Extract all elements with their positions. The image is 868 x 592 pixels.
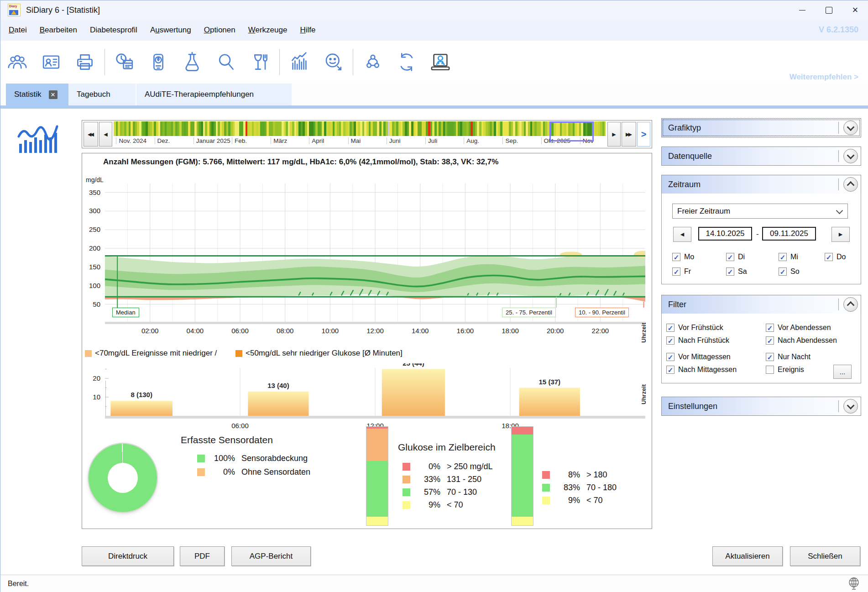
schedule-button[interactable]	[108, 47, 141, 77]
legend-range: > 250 mg/dL	[447, 462, 493, 472]
legend-swatch	[403, 476, 410, 483]
svg-text:15 (37): 15 (37)	[539, 378, 561, 386]
minimize-button[interactable]	[789, 0, 816, 20]
sync-button[interactable]	[390, 47, 424, 77]
legend-pct: 9%	[415, 500, 440, 510]
legend-pct: 33%	[415, 475, 440, 484]
legend-range: < 70	[586, 496, 603, 505]
recommend-link[interactable]: Weiterempfehlen >	[790, 73, 858, 82]
zeitraum-preset-select[interactable]: Freier Zeitraum	[672, 204, 848, 219]
menu-optionen[interactable]: Optionen	[204, 26, 235, 35]
weekday-mi[interactable]: ✓Mi	[779, 253, 798, 261]
sensor-legend-item: 0%Ohne Sensordaten	[197, 467, 310, 477]
tab-statistik[interactable]: Statistik✕	[6, 84, 68, 105]
share-button[interactable]	[356, 47, 390, 77]
timeline-month-label: Juni	[387, 137, 401, 144]
pdf-button[interactable]: PDF	[180, 546, 225, 566]
aktualisieren-button[interactable]: Aktualisieren	[712, 546, 783, 566]
filter-ereignis[interactable]: Ereignis	[766, 366, 804, 374]
maximize-button[interactable]	[816, 0, 842, 20]
y-axis-unit: mg/dL	[86, 176, 104, 183]
date-next-button[interactable]: ▶	[831, 227, 850, 242]
patients-button[interactable]	[0, 47, 34, 77]
toolbar-separator	[279, 49, 280, 75]
weekday-so[interactable]: ✓So	[779, 267, 800, 276]
date-to-field[interactable]: 09.11.2025	[762, 227, 816, 241]
profile-card-button[interactable]	[34, 47, 68, 77]
tab-audite-therapieempfehlungen[interactable]: AUdiTE-Therapieempfehlungen	[136, 84, 292, 105]
panel-datenquelle[interactable]: Datenquelle	[661, 147, 861, 166]
filter-more-button[interactable]: ...	[833, 365, 852, 379]
search-button[interactable]	[209, 47, 243, 77]
panel-filter[interactable]: Filter	[661, 295, 861, 314]
nutrition-button[interactable]	[243, 47, 277, 77]
checkbox: ✓	[726, 253, 734, 261]
low-y-tick: 10	[83, 393, 100, 401]
filter-nach-mittagessen[interactable]: ✓Nach Mittagessen	[666, 366, 737, 374]
menu-auswertung[interactable]: Auswertung	[150, 26, 191, 35]
statistics-button[interactable]	[282, 47, 316, 77]
weekday-fr[interactable]: ✓Fr	[672, 267, 691, 276]
filter-nach-fr-hst-ck[interactable]: ✓Nach Frühstück	[666, 336, 729, 345]
expand-button[interactable]	[843, 149, 858, 163]
lab-button[interactable]	[175, 47, 209, 77]
close-button[interactable]: ×	[842, 0, 868, 20]
checkbox: ✓	[726, 267, 734, 276]
menu-werkzeuge[interactable]: Werkzeuge	[248, 26, 288, 35]
collapse-button[interactable]	[843, 297, 858, 312]
filter-nach-abendessen[interactable]: ✓Nach Abendessen	[766, 336, 837, 345]
timeline-prev-button[interactable]: ◀	[99, 122, 112, 147]
weekday-sa[interactable]: ✓Sa	[726, 267, 747, 276]
menu-bearbeiten[interactable]: Bearbeiten	[40, 26, 77, 35]
agp-x-tick: 10:00	[322, 327, 339, 335]
panel-title: Grafiktyp	[668, 123, 838, 133]
checkbox: ✓	[666, 324, 675, 332]
weekday-mo[interactable]: ✓Mo	[672, 253, 694, 261]
direktdruck-button[interactable]: Direktdruck	[82, 546, 174, 566]
tir-legend1-item: 9%< 70	[403, 500, 463, 510]
expand-button[interactable]	[843, 120, 858, 135]
timeline-strip[interactable]: Nov. 2024Dez.Januar 2025Feb.MärzAprilMai…	[114, 121, 606, 147]
menu-hilfe[interactable]: Hilfe	[300, 26, 315, 35]
expand-button[interactable]	[843, 399, 858, 414]
timeline-next-button[interactable]: ▶	[607, 122, 621, 147]
timeline-navigator: ◀◀ ◀ Nov. 2024Dez.Januar 2025Feb.MärzApr…	[82, 120, 652, 148]
filter-nur-nacht[interactable]: ✓Nur Nacht	[766, 353, 810, 361]
filter-vor-fr-hst-ck[interactable]: ✓Vor Frühstück	[666, 324, 723, 332]
menu-diabetesprofil[interactable]: Diabetesprofil	[90, 26, 137, 35]
weekday-di[interactable]: ✓Di	[726, 253, 745, 261]
svg-text:13 (40): 13 (40)	[267, 382, 289, 389]
print-button[interactable]	[68, 47, 102, 77]
tab-close-icon[interactable]: ✕	[49, 90, 58, 99]
filter-vor-abendessen[interactable]: ✓Vor Abendessen	[766, 324, 831, 332]
agp-y-tick: 350	[83, 189, 100, 196]
timeline-last-button[interactable]: ▶▶	[622, 122, 636, 147]
panel-zeitraum[interactable]: Zeitraum	[661, 175, 861, 194]
panel-einstellungen[interactable]: Einstellungen	[661, 397, 861, 416]
panel-grafiktyp[interactable]: Grafiktyp	[661, 118, 861, 137]
device-button[interactable]	[141, 47, 175, 77]
checkbox: ✓	[666, 353, 675, 361]
schlie-en-button[interactable]: Schließen	[790, 546, 860, 566]
weekday-do[interactable]: ✓Do	[825, 253, 846, 261]
timeline-selection[interactable]	[549, 121, 594, 141]
status-text: Bereit.	[8, 580, 29, 588]
collapse-button[interactable]	[843, 177, 858, 192]
telemedicine-button[interactable]	[424, 47, 457, 77]
chevron-down-icon	[847, 402, 855, 409]
date-prev-button[interactable]: ◀	[673, 227, 691, 242]
tir-legend2-item: 83%70 - 180	[542, 483, 617, 492]
menu-datei[interactable]: Datei	[9, 26, 27, 35]
filter-vor-mittagessen[interactable]: ✓Vor Mittagessen	[666, 353, 731, 361]
agp-chart	[105, 183, 645, 324]
tab-tagebuch[interactable]: Tagebuch	[68, 84, 136, 105]
agp-x-tick: 12:00	[366, 327, 384, 335]
date-from-field[interactable]: 14.10.2025	[698, 227, 752, 241]
wellbeing-button[interactable]	[316, 47, 350, 77]
statistics-icon	[288, 51, 310, 73]
legend-pct: 9%	[554, 496, 580, 505]
timeline-first-button[interactable]: ◀◀	[84, 122, 98, 147]
timeline-expand-button[interactable]: >	[637, 122, 650, 147]
stats-summary: Anzahl Messungen (FGM): 5.766, Mittelwer…	[103, 157, 498, 167]
agp-bericht-button[interactable]: AGP-Bericht	[231, 546, 311, 566]
